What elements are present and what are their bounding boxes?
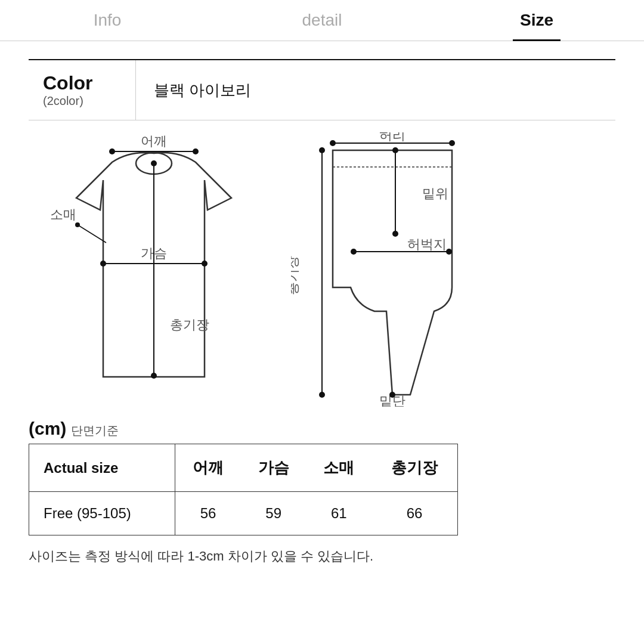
cm-label-area: (cm) 단면기준	[29, 419, 615, 439]
svg-point-23	[392, 231, 398, 237]
svg-point-18	[330, 140, 336, 146]
header-total: 총기장	[371, 444, 457, 492]
svg-text:허벅지: 허벅지	[407, 237, 447, 252]
size-table: Actual size 어깨 가슴 소매 총기장 Free (95-105) 5…	[29, 444, 458, 535]
tab-size[interactable]: Size	[429, 0, 644, 41]
svg-text:총기장: 총기장	[291, 256, 300, 295]
svg-text:밑위: 밑위	[422, 186, 448, 201]
svg-point-3	[193, 148, 199, 154]
sleeve-value: 61	[306, 492, 372, 535]
tab-info[interactable]: Info	[0, 0, 215, 41]
svg-point-6	[100, 261, 106, 267]
svg-point-15	[75, 222, 80, 227]
tab-bar: Info detail Size	[0, 0, 644, 41]
shirt-diagram: 어깨 가슴 총기장 소매	[29, 132, 279, 407]
svg-point-27	[446, 249, 452, 255]
svg-point-34	[389, 392, 395, 398]
svg-point-31	[319, 392, 325, 398]
color-value: 블랙 아이보리	[136, 68, 269, 113]
cm-label: (cm)	[29, 419, 66, 439]
svg-point-11	[151, 373, 157, 379]
svg-point-19	[449, 140, 455, 146]
svg-line-14	[78, 225, 106, 243]
header-actual-size: Actual size	[29, 444, 175, 492]
svg-text:어깨: 어깨	[141, 134, 167, 148]
svg-point-10	[151, 160, 157, 166]
color-title: Color	[43, 72, 121, 94]
table-row: Free (95-105) 56 59 61 66	[29, 492, 458, 535]
tab-detail[interactable]: detail	[215, 0, 429, 41]
svg-point-22	[392, 147, 398, 153]
svg-point-30	[319, 147, 325, 153]
header-chest: 가슴	[241, 444, 306, 492]
svg-point-7	[202, 261, 208, 267]
diagram-area: 어깨 가슴 총기장 소매	[29, 132, 615, 407]
total-value: 66	[371, 492, 457, 535]
color-label: Color (2color)	[29, 60, 136, 120]
pants-diagram: 허리 밑위 허벅지 총기장 밑단	[291, 132, 494, 407]
color-subtitle: (2color)	[43, 94, 121, 108]
chest-value: 59	[241, 492, 306, 535]
shoulder-value: 56	[175, 492, 241, 535]
header-sleeve: 소매	[306, 444, 372, 492]
header-shoulder: 어깨	[175, 444, 241, 492]
svg-text:소매: 소매	[50, 207, 76, 222]
standard-label: 단면기준	[71, 423, 119, 439]
disclaimer: 사이즈는 측정 방식에 따라 1-3cm 차이가 있을 수 있습니다.	[29, 547, 615, 565]
svg-text:총기장: 총기장	[170, 317, 209, 332]
svg-text:허리: 허리	[379, 132, 405, 143]
svg-point-26	[351, 249, 357, 255]
size-label: Free (95-105)	[29, 492, 175, 535]
main-content: Color (2color) 블랙 아이보리 어깨 가슴	[0, 59, 644, 565]
table-header-row: Actual size 어깨 가슴 소매 총기장	[29, 444, 458, 492]
svg-point-2	[109, 148, 115, 154]
color-section: Color (2color) 블랙 아이보리	[29, 59, 615, 120]
